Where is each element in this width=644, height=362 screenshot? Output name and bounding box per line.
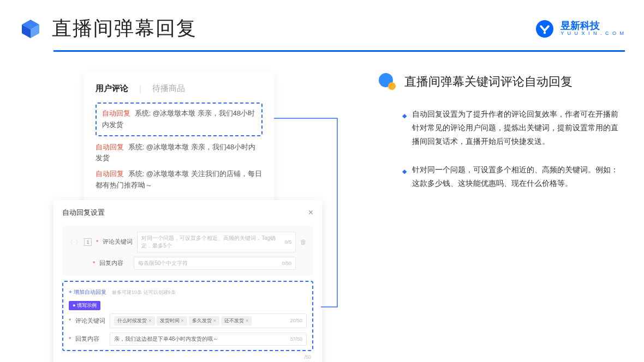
brand-url: Y U U X I N . C O M — [560, 31, 625, 37]
tag-remove-icon[interactable]: × — [246, 318, 248, 323]
ex-keyword-input[interactable]: 什么时候发货×发货时间×多久发货×还不发货× 20/50 — [110, 313, 307, 328]
close-icon[interactable]: × — [308, 208, 313, 218]
left-column: 用户评论 | 待播商品 自动回复 系统: @冰墩墩本墩 亲亲，我们48小时内发货… — [53, 73, 332, 362]
diamond-icon: ◆ — [402, 166, 407, 190]
tag-chip[interactable]: 什么时候发货× — [114, 316, 154, 325]
bullet-text: 针对同一个问题，可设置多个相近的、高频的关键词。例如：这款多少钱、这块能优惠吗、… — [412, 163, 625, 190]
svg-point-3 — [544, 31, 546, 33]
ex-content-input[interactable]: 亲，我们这边都是下单48小时内发货的哦～ 37/50 — [110, 333, 307, 346]
comment-line: 自动回复 系统: @冰墩墩本墩 亲亲，我们48小时内发货 — [102, 108, 256, 131]
example-block: + 增加自动回复 最多可建10条 还可以创建9条 ● 填写示例 * 评论关键词 … — [62, 281, 313, 351]
dialog-title: 自动回复设置 — [62, 208, 105, 218]
highlighted-comment: 自动回复 系统: @冰墩墩本墩 亲亲，我们48小时内发货 — [96, 102, 263, 136]
auto-reply-tag: 自动回复 — [96, 143, 124, 151]
required-dot: * — [69, 317, 71, 324]
right-header: 直播间弹幕关键词评论自动回复 — [378, 73, 625, 91]
right-column: 直播间弹幕关键词评论自动回复 ◆ 自动回复设置为了提升作者的评论回复效率，作者可… — [378, 73, 625, 362]
ex-keyword-label: 评论关键词 — [75, 317, 105, 325]
example-keyword-row: * 评论关键词 什么时候发货×发货时间×多久发货×还不发货× 20/50 — [69, 313, 307, 328]
tab-user-comments[interactable]: 用户评论 — [96, 83, 128, 94]
tab-pending-products[interactable]: 待播商品 — [152, 83, 185, 94]
brand-logo-icon — [534, 19, 555, 39]
content-placeholder: 每条限50个中文字符 — [138, 260, 188, 267]
dialog-header: 自动回复设置 × — [62, 208, 313, 222]
tag-chip[interactable]: 发货时间× — [157, 316, 187, 325]
page-title: 直播间弹幕回复 — [52, 15, 197, 42]
add-row: + 增加自动回复 最多可建10条 还可以创建9条 — [69, 286, 307, 299]
comments-card: 用户评论 | 待播商品 自动回复 系统: @冰墩墩本墩 亲亲，我们48小时内发货… — [84, 73, 275, 206]
ex-keyword-count: 20/50 — [290, 318, 302, 323]
ex-content-count: 37/50 — [290, 336, 302, 342]
required-dot: * — [93, 260, 95, 267]
bullet-item: ◆ 自动回复设置为了提升作者的评论回复效率，作者可在开播前针对常见的评论用户问题… — [378, 107, 625, 149]
page-header: 直播间弹幕回复 昱新科技 Y U U X I N . C O M — [0, 0, 644, 42]
svg-point-5 — [388, 82, 396, 90]
content-count: 0/50 — [282, 261, 291, 266]
tag-remove-icon[interactable]: × — [148, 318, 151, 323]
required-dot: * — [96, 239, 98, 245]
content-label: 回复内容 — [99, 259, 129, 267]
main-content: 用户评论 | 待播商品 自动回复 系统: @冰墩墩本墩 亲亲，我们48小时内发货… — [0, 52, 644, 362]
example-content-row: * 回复内容 亲，我们这边都是下单48小时内发货的哦～ 37/50 — [69, 333, 307, 346]
cube-icon — [19, 17, 42, 40]
tabs: 用户评论 | 待播商品 — [96, 83, 263, 94]
brand: 昱新科技 Y U U X I N . C O M — [534, 19, 625, 39]
content-input[interactable]: 每条限50个中文字符 0/50 — [134, 257, 296, 270]
bullet-item: ◆ 针对同一个问题，可设置多个相近的、高频的关键词。例如：这款多少钱、这块能优惠… — [378, 163, 625, 190]
ex-content-label: 回复内容 — [75, 335, 105, 343]
tags-container: 什么时候发货×发货时间×多久发货×还不发货× — [114, 316, 253, 325]
ex-content-value: 亲，我们这边都是下单48小时内发货的哦～ — [114, 335, 218, 343]
row-number: 1 — [84, 238, 92, 246]
required-dot: * — [69, 336, 71, 342]
tag-chip[interactable]: 多久发货× — [189, 316, 219, 325]
keyword-input[interactable]: 对同一个问题，可设置多个相近、高频的关键词，Tag确定，最多5个 0/5 — [137, 232, 296, 252]
right-title: 直播间弹幕关键词评论自动回复 — [404, 74, 573, 90]
comment-line: 自动回复 系统: @冰墩墩本墩 关注我们的店铺，每日都有热门推荐呦～ — [96, 168, 263, 191]
auto-reply-tag: 自动回复 — [96, 170, 124, 178]
tag-remove-icon[interactable]: × — [213, 318, 216, 323]
footer-count: /50 — [62, 354, 313, 360]
chat-bubble-icon — [378, 73, 397, 91]
auto-reply-settings-dialog: 自动回复设置 × ⋮⋮ 1 * 评论关键词 对同一个问题，可设置多个相近、高频的… — [53, 200, 322, 362]
bullet-text: 自动回复设置为了提升作者的评论回复效率，作者可在开播前针对常见的评论用户问题，提… — [412, 107, 625, 149]
brand-text: 昱新科技 Y U U X I N . C O M — [560, 21, 625, 37]
keyword-label: 评论关键词 — [103, 238, 133, 246]
example-badge: ● 填写示例 — [69, 301, 100, 310]
form-block: ⋮⋮ 1 * 评论关键词 对同一个问题，可设置多个相近、高频的关键词，Tag确定… — [62, 226, 313, 275]
tag-remove-icon[interactable]: × — [181, 318, 184, 323]
add-auto-reply-link[interactable]: + 增加自动回复 — [69, 288, 106, 296]
tag-chip[interactable]: 还不发货× — [221, 316, 252, 325]
brand-name: 昱新科技 — [560, 21, 625, 32]
content-row: * 回复内容 每条限50个中文字符 0/50 — [69, 257, 307, 270]
tab-divider: | — [139, 84, 141, 93]
diamond-icon: ◆ — [402, 111, 407, 149]
trash-icon[interactable]: 🗑 — [300, 238, 307, 246]
keyword-count: 0/5 — [284, 239, 291, 245]
keyword-row: ⋮⋮ 1 * 评论关键词 对同一个问题，可设置多个相近、高频的关键词，Tag确定… — [69, 232, 307, 252]
drag-handle-icon[interactable]: ⋮⋮ — [69, 239, 80, 245]
keyword-placeholder: 对同一个问题，可设置多个相近、高频的关键词，Tag确定，最多5个 — [141, 234, 284, 250]
add-hint: 最多可建10条 还可以创建9条 — [112, 289, 176, 295]
auto-reply-tag: 自动回复 — [102, 109, 130, 117]
header-left: 直播间弹幕回复 — [19, 15, 197, 42]
comment-line: 自动回复 系统: @冰墩墩本墩 亲亲，我们48小时内发货 — [96, 142, 263, 165]
